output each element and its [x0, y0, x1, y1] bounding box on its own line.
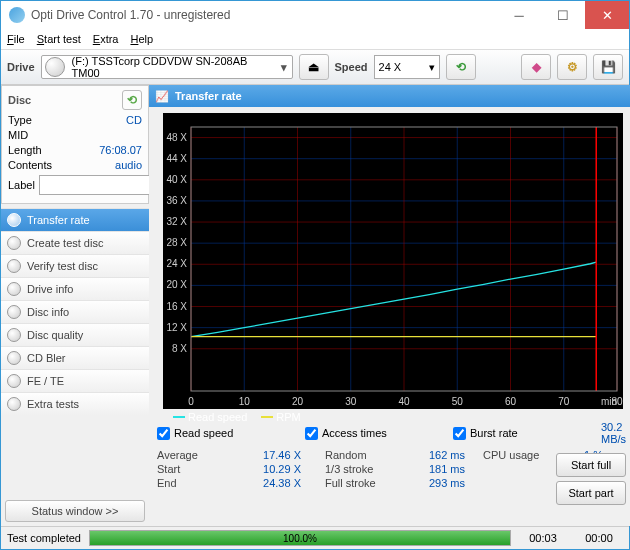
- svg-text:24 X: 24 X: [166, 258, 187, 269]
- drive-selector[interactable]: (F:) TSSTcorp CDDVDW SN-208AB TM00 ▾: [41, 55, 293, 79]
- bullet-icon: [7, 236, 21, 250]
- svg-text:36 X: 36 X: [166, 195, 187, 206]
- svg-text:20 X: 20 X: [166, 279, 187, 290]
- menubar: File Start test Extra Help: [1, 29, 629, 49]
- menu-extra[interactable]: Extra: [93, 33, 119, 45]
- maximize-button[interactable]: ☐: [541, 1, 585, 29]
- svg-text:10: 10: [238, 396, 250, 407]
- chart-legend: Read speed RPM: [173, 411, 301, 423]
- nav-item-verify-test-disc[interactable]: Verify test disc: [1, 254, 149, 277]
- svg-text:16 X: 16 X: [166, 301, 187, 312]
- burst-rate-checkbox[interactable]: Burst rate: [453, 421, 601, 445]
- bullet-icon: [7, 213, 21, 227]
- progress-bar: 100.0%: [89, 530, 511, 546]
- nav-list: Transfer rateCreate test discVerify test…: [1, 208, 149, 415]
- svg-text:48 X: 48 X: [166, 132, 187, 143]
- chevron-down-icon: ▾: [429, 61, 435, 74]
- status-window-button[interactable]: Status window >>: [5, 500, 145, 522]
- speed-label: Speed: [335, 61, 368, 73]
- eject-button[interactable]: ⏏: [299, 54, 329, 80]
- content-panel: 📈 Transfer rate 8 X12 X16 X20 X24 X28 X3…: [149, 85, 630, 526]
- statusbar: Test completed 100.0% 00:03 00:00: [1, 526, 629, 549]
- svg-rect-0: [163, 113, 623, 409]
- speed-selector[interactable]: 24 X▾: [374, 55, 440, 79]
- minimize-button[interactable]: ─: [497, 1, 541, 29]
- read-speed-checkbox[interactable]: Read speed: [157, 421, 305, 445]
- content-title: Transfer rate: [175, 90, 242, 102]
- bullet-icon: [7, 259, 21, 273]
- nav-item-disc-quality[interactable]: Disc quality: [1, 323, 149, 346]
- nav-item-cd-bler[interactable]: CD Bler: [1, 346, 149, 369]
- nav-item-disc-info[interactable]: Disc info: [1, 300, 149, 323]
- nav-item-extra-tests[interactable]: Extra tests: [1, 392, 149, 415]
- bullet-icon: [7, 328, 21, 342]
- bullet-icon: [7, 397, 21, 411]
- nav-item-drive-info[interactable]: Drive info: [1, 277, 149, 300]
- toolbar: Drive (F:) TSSTcorp CDDVDW SN-208AB TM00…: [1, 49, 629, 85]
- disc-icon: [45, 57, 65, 77]
- erase-button[interactable]: ◆: [521, 54, 551, 80]
- svg-text:20: 20: [291, 396, 303, 407]
- svg-text:50: 50: [451, 396, 463, 407]
- svg-text:32 X: 32 X: [166, 216, 187, 227]
- status-text: Test completed: [7, 532, 81, 544]
- start-full-button[interactable]: Start full: [556, 453, 626, 477]
- access-times-checkbox[interactable]: Access times: [305, 421, 453, 445]
- nav-item-create-test-disc[interactable]: Create test disc: [1, 231, 149, 254]
- svg-text:40: 40: [398, 396, 410, 407]
- titlebar: Opti Drive Control 1.70 - unregistered ─…: [1, 1, 629, 29]
- settings-button[interactable]: ⚙: [557, 54, 587, 80]
- refresh-button[interactable]: ⟲: [446, 54, 476, 80]
- close-button[interactable]: ✕: [585, 1, 629, 29]
- svg-text:40 X: 40 X: [166, 174, 187, 185]
- elapsed-time: 00:03: [519, 532, 567, 544]
- svg-text:8 X: 8 X: [172, 343, 187, 354]
- menu-start-test[interactable]: Start test: [37, 33, 81, 45]
- transfer-rate-chart: 8 X12 X16 X20 X24 X28 X32 X36 X40 X44 X4…: [155, 113, 630, 409]
- bullet-icon: [7, 374, 21, 388]
- svg-text:28 X: 28 X: [166, 237, 187, 248]
- svg-text:30: 30: [345, 396, 357, 407]
- drive-label: Drive: [7, 61, 35, 73]
- menu-help[interactable]: Help: [130, 33, 153, 45]
- nav-item-transfer-rate[interactable]: Transfer rate: [1, 208, 149, 231]
- disc-header: Disc: [8, 94, 31, 106]
- start-part-button[interactable]: Start part: [556, 481, 626, 505]
- label-label: Label: [8, 179, 35, 191]
- bullet-icon: [7, 351, 21, 365]
- remaining-time: 00:00: [575, 532, 623, 544]
- options-row: Read speed Access times Burst rate 30.2 …: [157, 421, 630, 445]
- bullet-icon: [7, 305, 21, 319]
- svg-text:0: 0: [188, 396, 194, 407]
- chart-icon: 📈: [155, 90, 169, 103]
- sidebar: Disc ⟲ TypeCDMIDLength76:08.07Contentsau…: [1, 85, 149, 526]
- svg-text:12 X: 12 X: [166, 322, 187, 333]
- svg-text:60: 60: [504, 396, 516, 407]
- disc-refresh-button[interactable]: ⟲: [122, 90, 142, 110]
- window-title: Opti Drive Control 1.70 - unregistered: [31, 8, 497, 22]
- chevron-down-icon: ▾: [276, 61, 292, 74]
- menu-file[interactable]: File: [7, 33, 25, 45]
- nav-item-fe-te[interactable]: FE / TE: [1, 369, 149, 392]
- burst-rate-value: 30.2 MB/s: [601, 421, 626, 445]
- svg-text:min: min: [600, 396, 616, 407]
- app-icon: [9, 7, 25, 23]
- svg-text:44 X: 44 X: [166, 153, 187, 164]
- save-button[interactable]: 💾: [593, 54, 623, 80]
- svg-text:70: 70: [558, 396, 570, 407]
- disc-panel: Disc ⟲ TypeCDMIDLength76:08.07Contentsau…: [1, 85, 149, 204]
- bullet-icon: [7, 282, 21, 296]
